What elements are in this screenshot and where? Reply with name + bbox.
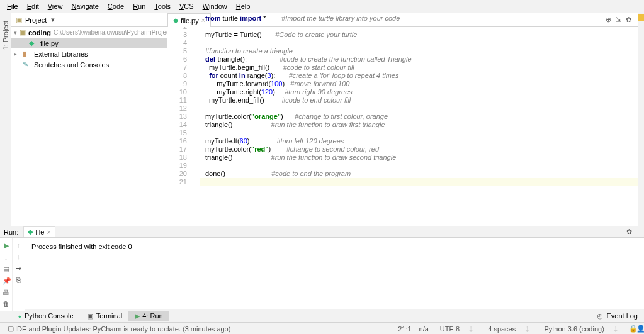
run-side-toolbar: ▶ ↓ ▤ 📌 🖶 🗑 <box>0 238 13 311</box>
project-tree[interactable]: ▾ ▣ coding C:\Users\kwabena.owusu\Pychar… <box>11 27 167 226</box>
run-icon: ▶ <box>135 312 140 320</box>
interpreter[interactable]: Python 3.6 (coding) <box>540 325 607 333</box>
fold-column: ▶ <box>191 13 200 226</box>
tree-root[interactable]: ▾ ▣ coding C:\Users\kwabena.owusu\Pychar… <box>11 27 167 38</box>
run-side-toolbar-2: ↑ ↓ ⇥ ⎘ <box>13 238 25 311</box>
menu-vcs[interactable]: VCS <box>175 1 198 11</box>
wrap-icon[interactable]: ⇥ <box>15 264 23 272</box>
hide-icon[interactable]: — <box>633 228 640 236</box>
python-file-icon: ◆ <box>29 39 38 47</box>
trash-icon[interactable]: 🗑 <box>3 300 10 308</box>
tree-external-libraries[interactable]: ▸ ▮ External Libraries <box>11 48 167 59</box>
menu-tools[interactable]: Tools <box>150 1 175 11</box>
status-na[interactable]: n/a <box>415 325 432 333</box>
python-console-tab[interactable]: ⬧Python Console <box>11 311 80 321</box>
down-icon[interactable]: ↓ <box>15 253 23 260</box>
run-panel: Run: ◆ file × ✿ — ▶ ↓ ▤ 📌 🖶 🗑 ↑ ↓ ⇥ ⎘ Pr… <box>0 226 644 309</box>
pin-icon[interactable]: 📌 <box>3 277 10 285</box>
run-tab-label: file <box>35 228 44 236</box>
encoding[interactable]: UTF-8 <box>436 325 463 333</box>
run-tab-label: 4: Run <box>142 312 162 320</box>
stop-inactive-icon[interactable]: ↓ <box>3 253 10 261</box>
menu-code[interactable]: Code <box>103 1 128 11</box>
caret-position[interactable]: 21:1 <box>394 325 415 333</box>
terminal-label: Terminal <box>96 312 123 320</box>
menu-run[interactable]: Run <box>128 1 150 11</box>
warn-marker[interactable] <box>638 14 644 21</box>
up-icon[interactable]: ↑ <box>15 242 23 249</box>
indent[interactable]: 4 spaces <box>484 325 519 333</box>
event-log-tab[interactable]: ◴Event Log <box>590 311 644 321</box>
editor-right-strip <box>638 13 644 226</box>
chevron-down-icon: ▾ <box>49 16 57 24</box>
print-icon[interactable]: 🖶 <box>3 289 10 296</box>
project-tool-tab[interactable]: 1: Project <box>2 21 9 50</box>
python-icon: ⬧ <box>18 312 22 320</box>
scratches-icon: ✎ <box>23 60 31 69</box>
tree-file[interactable]: ◆ file.py <box>11 38 167 48</box>
hector-icon[interactable]: 👤 <box>633 325 640 333</box>
run-tab[interactable]: ▶4: Run <box>128 311 169 321</box>
tab-label: file.py <box>181 17 199 25</box>
run-header: Run: ◆ file × ✿ — <box>0 226 644 238</box>
tree-scratches[interactable]: ✎ Scratches and Consoles <box>11 59 167 70</box>
folder-icon: ▣ <box>15 16 23 24</box>
menu-help[interactable]: Help <box>232 1 255 11</box>
event-log-label: Event Log <box>606 312 638 320</box>
python-file-icon: ◆ <box>28 228 33 236</box>
gear-icon[interactable]: ✿ <box>625 228 633 236</box>
lock-icon[interactable]: 🔒 <box>625 325 633 333</box>
event-log-icon: ◴ <box>596 312 604 320</box>
code-area[interactable]: 123456789101112131415161718192021 ▶ from… <box>167 13 644 226</box>
status-message[interactable]: IDE and Plugin Updates: PyCharm is ready… <box>11 325 234 333</box>
run-output[interactable]: Process finished with exit code 0 <box>25 238 644 311</box>
menu-edit[interactable]: Edit <box>23 1 43 11</box>
editor: ◆ file.py × 1234567891011121314151617181… <box>167 27 644 226</box>
python-file-icon: ◆ <box>173 16 178 25</box>
menu-window[interactable]: Window <box>198 1 232 11</box>
scratch-label: Scratches and Consoles <box>34 61 109 69</box>
scroll-icon[interactable]: ⎘ <box>15 276 23 284</box>
terminal-tab[interactable]: ▣Terminal <box>80 311 129 321</box>
run-tab[interactable]: ◆ file × <box>23 226 55 237</box>
line-gutter: 123456789101112131415161718192021 <box>167 13 191 226</box>
root-name: coding <box>28 29 51 36</box>
run-label: Run: <box>4 228 23 236</box>
terminal-icon: ▣ <box>86 312 94 320</box>
menu-file[interactable]: File <box>3 1 23 11</box>
status-icon[interactable]: ▢ <box>4 325 11 333</box>
rerun-icon[interactable]: ▶ <box>4 242 9 250</box>
project-label[interactable]: ▣ Project ▾ <box>11 16 60 24</box>
python-console-label: Python Console <box>25 312 74 320</box>
code-text[interactable]: from turtle import * #Import the turtle … <box>200 13 638 226</box>
layout-icon[interactable]: ▤ <box>3 265 10 273</box>
folder-icon: ▣ <box>20 28 26 36</box>
libraries-icon: ▮ <box>23 50 31 58</box>
menu-bar: FileEditViewNavigateCodeRunToolsVCSWindo… <box>0 0 644 13</box>
status-bar: ▢ IDE and Plugin Updates: PyCharm is rea… <box>0 322 644 334</box>
project-label-text: Project <box>25 16 47 24</box>
close-icon[interactable]: × <box>47 228 50 236</box>
ext-label: External Libraries <box>34 50 88 58</box>
run-output-text: Process finished with exit code 0 <box>31 243 638 250</box>
menu-view[interactable]: View <box>43 1 67 11</box>
menu-navigate[interactable]: Navigate <box>67 1 103 11</box>
left-gutter: 1: Project <box>0 13 11 226</box>
file-name: file.py <box>40 40 59 47</box>
